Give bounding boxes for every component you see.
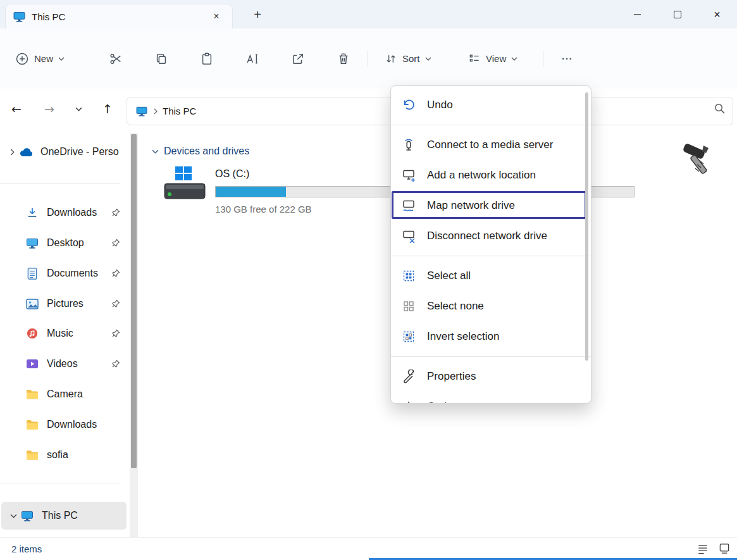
group-header-devices-and-drives[interactable]: Devices and drives [152, 146, 249, 157]
add-network-location-icon [401, 168, 416, 182]
chevron-down-icon [511, 57, 517, 61]
pin-icon [111, 359, 120, 368]
menu-separator [391, 356, 591, 357]
menu-item-label: Undo [427, 99, 453, 111]
cut-button[interactable] [105, 48, 127, 70]
sidebar-item-downloads-pinned[interactable]: Downloads [0, 200, 128, 225]
sidebar-item-this-pc[interactable]: This PC [1, 502, 127, 530]
details-view-button[interactable] [694, 540, 712, 557]
menu-item-label: Invert selection [427, 330, 499, 343]
sidebar-item-label: Music [47, 328, 111, 339]
sidebar-item-downloads-folder[interactable]: Downloads [0, 412, 128, 437]
media-server-icon [401, 138, 416, 152]
new-button[interactable]: New [15, 28, 65, 89]
items-count: 2 items [11, 544, 42, 554]
pictures-icon [25, 299, 39, 309]
folder-icon [25, 450, 39, 460]
up-button[interactable]: ↑ [96, 97, 119, 120]
group-header-label: Devices and drives [164, 146, 249, 157]
details-view-icon [697, 542, 709, 555]
sidebar-item-videos[interactable]: Videos [0, 351, 128, 376]
menu-item-connect-media-server[interactable]: Connect to a media server [391, 130, 591, 160]
address-bar-row: ← → ↑ This PC [0, 89, 737, 128]
sidebar-item-label: Desktop [47, 237, 111, 249]
sidebar-item-sofia[interactable]: sofia [0, 442, 128, 468]
close-icon: × [714, 9, 721, 20]
see-more-button[interactable] [556, 48, 578, 70]
sidebar-item-desktop[interactable]: Desktop [0, 230, 128, 256]
view-button[interactable]: View [468, 28, 517, 89]
explorer-tab[interactable]: This PC × [5, 4, 233, 28]
sort-button[interactable]: Sort [385, 28, 431, 89]
undo-icon [401, 98, 416, 112]
properties-icon [401, 370, 416, 383]
menu-item-properties[interactable]: Properties [391, 361, 591, 392]
menu-item-map-network-drive[interactable]: Map network drive [391, 190, 591, 221]
this-pc-tab-icon [13, 11, 25, 22]
sidebar-divider [0, 184, 120, 184]
hammer-cursor-icon [681, 142, 716, 178]
toolbar-separator [543, 51, 543, 67]
menu-item-disconnect-network-drive[interactable]: Disconnect network drive [391, 221, 591, 251]
new-tab-button[interactable]: + [249, 6, 266, 23]
chevron-right-icon[interactable] [5, 149, 19, 156]
menu-item-select-all[interactable]: Select all [391, 261, 591, 291]
sidebar-item-camera[interactable]: Camera [0, 382, 128, 407]
downloads-icon [25, 207, 39, 218]
delete-button[interactable] [333, 48, 354, 70]
maximize-button[interactable] [657, 0, 697, 28]
drive-name[interactable]: OS (C:) [215, 168, 249, 180]
title-bar: This PC × + × [0, 0, 737, 28]
menu-item-label: Select none [427, 300, 484, 313]
sidebar-item-onedrive[interactable]: OneDrive - Perso [0, 139, 128, 165]
menu-item-undo[interactable]: Undo [391, 90, 591, 120]
this-pc-icon [20, 511, 34, 521]
menu-separator [391, 256, 591, 256]
sidebar-item-label: OneDrive - Perso [40, 146, 128, 158]
menu-item-invert-selection[interactable]: Invert selection [391, 321, 591, 352]
minimize-button[interactable] [617, 0, 657, 28]
chevron-down-icon[interactable] [6, 514, 20, 518]
videos-icon [25, 359, 39, 369]
sort-button-label: Sort [402, 53, 420, 64]
menu-item-options[interactable]: Options [391, 392, 591, 404]
tab-title: This PC [32, 11, 208, 22]
menu-scrollbar-thumb[interactable] [585, 92, 588, 361]
sidebar-item-music[interactable]: Music [0, 321, 128, 346]
sidebar-item-pictures[interactable]: Pictures [0, 291, 128, 316]
menu-item-label: Connect to a media server [427, 139, 553, 151]
paste-icon [200, 52, 214, 66]
rename-button[interactable] [242, 48, 263, 70]
select-none-icon [401, 299, 416, 313]
plus-circle-icon [15, 52, 29, 66]
close-button[interactable]: × [697, 0, 737, 28]
sidebar-item-label: Downloads [47, 207, 111, 218]
tab-close-button[interactable]: × [208, 8, 225, 25]
drive-usage-fill [216, 187, 286, 197]
command-bar: New Sort [0, 28, 737, 89]
menu-item-label: Add a network location [427, 169, 536, 182]
sidebar-item-documents[interactable]: Documents [0, 261, 128, 286]
copy-button[interactable] [151, 48, 172, 70]
select-all-icon [401, 269, 416, 283]
recent-locations-button[interactable] [67, 97, 90, 120]
search-button[interactable] [714, 103, 726, 115]
large-icons-view-button[interactable] [715, 540, 733, 557]
chevron-down-icon [75, 107, 82, 111]
onedrive-cloud-icon [19, 147, 33, 157]
sidebar-item-label: This PC [42, 510, 127, 521]
back-button[interactable]: ← [5, 97, 28, 120]
large-icons-view-icon [718, 542, 731, 555]
paste-button[interactable] [196, 48, 218, 70]
disconnect-network-drive-icon [401, 229, 416, 243]
sidebar-item-label: Videos [47, 358, 111, 370]
forward-button[interactable]: → [38, 97, 61, 120]
menu-item-add-network-location[interactable]: Add a network location [391, 160, 591, 190]
share-button[interactable] [287, 48, 309, 70]
menu-item-select-none[interactable]: Select none [391, 291, 591, 321]
sidebar-scrollbar-thumb[interactable] [131, 134, 137, 468]
sidebar-item-label: Camera [47, 389, 128, 400]
breadcrumb[interactable]: This PC [163, 106, 196, 116]
pin-icon [111, 299, 120, 308]
music-icon [25, 328, 39, 339]
